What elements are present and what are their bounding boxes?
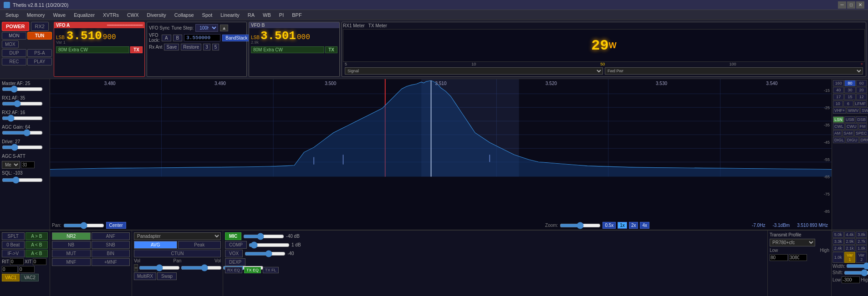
close-button[interactable]: ✕ [856, 1, 864, 9]
splt-button[interactable]: SPLT [2, 232, 25, 240]
a-b2-button[interactable]: A < B [26, 250, 48, 257]
menu-diversity[interactable]: Diversity [143, 11, 170, 19]
freq-44k-button[interactable]: 4.4k [844, 231, 856, 238]
vac2-button[interactable]: VAC2 [20, 274, 38, 281]
shift-slider[interactable] [844, 270, 868, 276]
mode-digl-button[interactable]: DIGL [833, 137, 845, 143]
band-17-button[interactable]: 17 [833, 94, 844, 100]
mode-sam-button[interactable]: SAM [842, 130, 854, 136]
dup-button[interactable]: DUP [2, 49, 26, 57]
peak-button[interactable]: Peak [178, 241, 221, 249]
comp-slider[interactable] [249, 242, 290, 248]
freq-27k-button[interactable]: 2.7k [856, 238, 867, 245]
width-slider[interactable] [846, 263, 868, 269]
mode-drm-button[interactable]: DRM [859, 137, 868, 143]
mode-fm-button[interactable]: FM [858, 123, 868, 130]
mode-dsb-button[interactable]: DSB [856, 116, 867, 123]
band-20-button[interactable]: 20 [856, 87, 867, 93]
vfo-a-main-freq[interactable]: 3.510 [66, 29, 102, 43]
vac1-button[interactable]: VAC1 [2, 274, 20, 281]
xit-step-input[interactable] [19, 266, 35, 273]
bandstack-button[interactable]: BandStack [222, 35, 250, 41]
mic-button[interactable]: MIC [225, 232, 241, 240]
zoom-2x-button[interactable]: 2x [629, 222, 638, 229]
master-af-slider[interactable] [2, 86, 43, 92]
band-lfmf-button[interactable]: LFMF [854, 100, 868, 107]
mut-button[interactable]: MUT [52, 250, 91, 257]
ctun-button[interactable]: CTUN [134, 250, 221, 257]
band-15-button[interactable]: 15 [844, 94, 855, 100]
band-swl-button[interactable]: SWL [860, 107, 868, 114]
var2-filter-button[interactable]: Var 2 [856, 252, 867, 263]
freq-38k-button[interactable]: 3.8k [856, 231, 867, 238]
zoom-05x-button[interactable]: 0.5x [602, 222, 616, 229]
band-10-button[interactable]: 10 [833, 100, 843, 107]
agc-mode-select[interactable]: MedFastSlow [2, 161, 20, 169]
transmit-profile-select[interactable]: PR780+cfc [770, 239, 815, 246]
mode-lsn-button[interactable]: LSN [833, 116, 844, 123]
menu-setup[interactable]: Setup [2, 11, 22, 19]
mnf-button[interactable]: MNF [52, 258, 91, 266]
menu-bpf[interactable]: BPF [288, 11, 305, 19]
nr2-button[interactable]: NR2 [52, 232, 91, 240]
pan-slider[interactable] [63, 223, 104, 228]
freq-10k-button[interactable]: 1.0k [832, 252, 844, 263]
tune-step-up-button[interactable]: ▲ [220, 25, 228, 31]
maximize-button[interactable]: □ [847, 1, 855, 9]
zoom-1x-button[interactable]: 1x [618, 222, 627, 229]
spectrum-main[interactable]: 3.480 3.490 3.500 3.510 3.520 3.530 3.54… [50, 79, 832, 230]
snb-button[interactable]: SNB [92, 241, 130, 249]
save-button[interactable]: Save [164, 44, 179, 50]
dexp-button[interactable]: DEXP [225, 258, 245, 266]
band-12-button[interactable]: 12 [856, 94, 867, 100]
band-6-button[interactable]: 6 [843, 100, 853, 107]
band-wwv-button[interactable]: WWV [847, 107, 860, 114]
menu-memory[interactable]: Memory [23, 11, 49, 19]
agc-gain-slider[interactable] [2, 130, 43, 135]
mode-cwu-button[interactable]: CWU [845, 123, 858, 130]
low-filter-input[interactable] [842, 276, 860, 283]
freq-24k-button[interactable]: 2.4k [832, 245, 844, 251]
freq-18k-button[interactable]: 1.8k [856, 245, 867, 251]
band-30-button[interactable]: 30 [844, 87, 855, 93]
band-vhf-button[interactable]: VHF+ [833, 107, 846, 114]
menu-wb[interactable]: WB [259, 11, 275, 19]
menu-ra[interactable]: RA [244, 11, 258, 19]
multirx-button[interactable]: MultiRX [134, 272, 156, 280]
pan-slider-audio[interactable] [181, 265, 222, 271]
preset5-button[interactable]: 5 [212, 44, 220, 50]
vfo-a-lock-button[interactable]: A [162, 35, 171, 41]
mic-slider[interactable] [243, 234, 284, 239]
zoom-4x-button[interactable]: 4x [640, 222, 649, 229]
mode-usb-button[interactable]: USB [844, 116, 856, 123]
tune-step-select[interactable]: 100Hz1kHz10kHz [195, 24, 218, 32]
restore-button[interactable]: Restore [181, 44, 201, 50]
bin-button[interactable]: BIN [92, 250, 130, 257]
mnf-plus-button[interactable]: +MNF [92, 258, 130, 266]
ifv-button[interactable]: IF->V [2, 250, 25, 257]
tx-eq-button[interactable]: TX EQ [244, 267, 261, 273]
band-40-button[interactable]: 40 [833, 87, 844, 93]
menu-xvtrs[interactable]: XVTRs [99, 11, 123, 19]
rx1-af-slider[interactable] [2, 101, 43, 106]
mode-digu-button[interactable]: DIGU [846, 137, 859, 143]
menu-pi[interactable]: PI [276, 11, 287, 19]
menu-equalizer[interactable]: Equalizer [70, 11, 98, 19]
vol-slider-main[interactable] [139, 265, 180, 271]
vfo-b-lock-button[interactable]: B [173, 35, 183, 41]
high-freq-input[interactable] [789, 254, 807, 261]
freq-21k-button[interactable]: 2.1k [844, 245, 856, 251]
minimize-button[interactable]: ─ [838, 1, 846, 9]
vox-button[interactable]: VOX [225, 250, 243, 257]
menu-cwx[interactable]: CWX [123, 11, 143, 19]
menu-wave[interactable]: Wave [49, 11, 69, 19]
menu-spot[interactable]: Spot [199, 11, 216, 19]
band-160-button[interactable]: 160 [833, 80, 844, 86]
comp-button[interactable]: COMP [225, 241, 247, 249]
sql-slider[interactable] [2, 177, 43, 183]
vfo-sync-freq-display[interactable] [184, 34, 220, 41]
freq-50k-button[interactable]: 5.0k [832, 231, 844, 238]
low-freq-input[interactable] [770, 254, 788, 261]
mode-cwl-button[interactable]: CWL [833, 123, 845, 130]
power-button[interactable]: POWER [2, 22, 29, 31]
